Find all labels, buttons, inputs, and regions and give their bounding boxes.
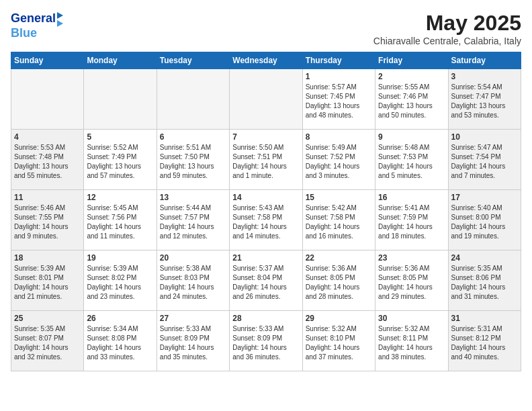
day-info: Sunrise: 5:36 AMSunset: 8:05 PMDaylight:… xyxy=(306,264,372,302)
day-info: Sunrise: 5:51 AMSunset: 7:50 PMDaylight:… xyxy=(160,143,226,181)
day-info: Sunrise: 5:57 AMSunset: 7:45 PMDaylight:… xyxy=(306,83,372,120)
day-number: 28 xyxy=(232,314,299,323)
day-info: Sunrise: 5:32 AMSunset: 8:10 PMDaylight:… xyxy=(306,324,372,362)
day-info: Sunrise: 5:49 AMSunset: 7:52 PMDaylight:… xyxy=(306,143,372,181)
calendar-cell: 16Sunrise: 5:41 AMSunset: 7:59 PMDayligh… xyxy=(375,190,448,250)
calendar-cell: 3Sunrise: 5:54 AMSunset: 7:47 PMDaylight… xyxy=(448,69,521,130)
day-number: 15 xyxy=(306,193,372,202)
calendar-cell: 15Sunrise: 5:42 AMSunset: 7:58 PMDayligh… xyxy=(302,190,375,250)
day-info: Sunrise: 5:34 AMSunset: 8:08 PMDaylight:… xyxy=(87,324,153,362)
day-info: Sunrise: 5:46 AMSunset: 7:55 PMDaylight:… xyxy=(14,203,81,241)
day-info: Sunrise: 5:52 AMSunset: 7:49 PMDaylight:… xyxy=(87,143,153,181)
calendar-cell: 13Sunrise: 5:44 AMSunset: 7:57 PMDayligh… xyxy=(157,190,229,250)
day-number: 19 xyxy=(87,253,153,263)
day-number: 6 xyxy=(160,132,226,142)
day-info: Sunrise: 5:47 AMSunset: 7:54 PMDaylight:… xyxy=(451,143,518,181)
calendar-cell: 9Sunrise: 5:48 AMSunset: 7:53 PMDaylight… xyxy=(375,130,448,190)
weekday-header-thursday: Thursday xyxy=(302,52,375,69)
calendar-week-1: 1Sunrise: 5:57 AMSunset: 7:45 PMDaylight… xyxy=(11,69,521,130)
day-info: Sunrise: 5:50 AMSunset: 7:51 PMDaylight:… xyxy=(232,143,299,181)
day-number: 9 xyxy=(378,132,445,142)
day-number: 16 xyxy=(378,193,445,202)
calendar-cell: 14Sunrise: 5:43 AMSunset: 7:58 PMDayligh… xyxy=(230,190,302,250)
calendar-cell: 11Sunrise: 5:46 AMSunset: 7:55 PMDayligh… xyxy=(11,190,84,250)
weekday-header-wednesday: Wednesday xyxy=(230,52,302,69)
calendar-cell: 30Sunrise: 5:32 AMSunset: 8:11 PMDayligh… xyxy=(375,311,448,371)
calendar-cell: 17Sunrise: 5:40 AMSunset: 8:00 PMDayligh… xyxy=(448,190,521,250)
weekday-header-saturday: Saturday xyxy=(448,52,521,69)
weekday-header-sunday: Sunday xyxy=(11,52,84,69)
day-number: 10 xyxy=(451,132,518,142)
day-number: 26 xyxy=(87,314,153,323)
day-info: Sunrise: 5:43 AMSunset: 7:58 PMDaylight:… xyxy=(232,203,299,241)
calendar-cell xyxy=(84,69,157,130)
day-number: 14 xyxy=(232,193,299,202)
weekday-header-tuesday: Tuesday xyxy=(157,52,229,69)
calendar-week-2: 4Sunrise: 5:53 AMSunset: 7:48 PMDaylight… xyxy=(11,130,521,190)
day-number: 25 xyxy=(14,314,81,323)
day-info: Sunrise: 5:55 AMSunset: 7:46 PMDaylight:… xyxy=(378,83,445,120)
calendar-cell: 6Sunrise: 5:51 AMSunset: 7:50 PMDaylight… xyxy=(157,130,229,190)
calendar-cell: 26Sunrise: 5:34 AMSunset: 8:08 PMDayligh… xyxy=(84,311,157,371)
calendar-cell: 31Sunrise: 5:31 AMSunset: 8:12 PMDayligh… xyxy=(448,311,521,371)
page-header: General Blue May 2025 Chiaravalle Centra… xyxy=(11,11,521,46)
location: Chiaravalle Centrale, Calabria, Italy xyxy=(373,36,521,46)
day-number: 29 xyxy=(306,314,372,323)
day-number: 18 xyxy=(14,253,81,263)
calendar-cell: 18Sunrise: 5:39 AMSunset: 8:01 PMDayligh… xyxy=(11,250,84,311)
calendar-cell: 24Sunrise: 5:35 AMSunset: 8:06 PMDayligh… xyxy=(448,250,521,311)
calendar-week-3: 11Sunrise: 5:46 AMSunset: 7:55 PMDayligh… xyxy=(11,190,521,250)
day-number: 31 xyxy=(451,314,518,323)
calendar-cell: 8Sunrise: 5:49 AMSunset: 7:52 PMDaylight… xyxy=(302,130,375,190)
day-info: Sunrise: 5:31 AMSunset: 8:12 PMDaylight:… xyxy=(451,324,518,362)
day-number: 8 xyxy=(306,132,372,142)
day-number: 12 xyxy=(87,193,153,202)
calendar-cell: 22Sunrise: 5:36 AMSunset: 8:05 PMDayligh… xyxy=(302,250,375,311)
day-number: 20 xyxy=(160,253,226,263)
calendar-cell: 23Sunrise: 5:36 AMSunset: 8:05 PMDayligh… xyxy=(375,250,448,311)
calendar-cell: 12Sunrise: 5:45 AMSunset: 7:56 PMDayligh… xyxy=(84,190,157,250)
day-number: 30 xyxy=(378,314,445,323)
calendar-cell: 27Sunrise: 5:33 AMSunset: 8:09 PMDayligh… xyxy=(157,311,229,371)
day-info: Sunrise: 5:45 AMSunset: 7:56 PMDaylight:… xyxy=(87,203,153,241)
day-info: Sunrise: 5:44 AMSunset: 7:57 PMDaylight:… xyxy=(160,203,226,241)
logo-text-general: General xyxy=(11,12,56,26)
day-number: 13 xyxy=(160,193,226,202)
month-title: May 2025 xyxy=(373,11,521,36)
calendar-week-5: 25Sunrise: 5:35 AMSunset: 8:07 PMDayligh… xyxy=(11,311,521,371)
day-info: Sunrise: 5:36 AMSunset: 8:05 PMDaylight:… xyxy=(378,264,445,302)
calendar-week-4: 18Sunrise: 5:39 AMSunset: 8:01 PMDayligh… xyxy=(11,250,521,311)
weekday-header-friday: Friday xyxy=(375,52,448,69)
day-number: 1 xyxy=(306,72,372,81)
day-number: 2 xyxy=(378,72,445,81)
day-info: Sunrise: 5:33 AMSunset: 8:09 PMDaylight:… xyxy=(160,324,226,362)
weekday-header-row: SundayMondayTuesdayWednesdayThursdayFrid… xyxy=(11,52,521,69)
calendar-cell: 1Sunrise: 5:57 AMSunset: 7:45 PMDaylight… xyxy=(302,69,375,130)
logo: General Blue xyxy=(11,11,63,40)
calendar-cell: 4Sunrise: 5:53 AMSunset: 7:48 PMDaylight… xyxy=(11,130,84,190)
day-info: Sunrise: 5:39 AMSunset: 8:01 PMDaylight:… xyxy=(14,264,81,302)
day-number: 22 xyxy=(306,253,372,263)
calendar-cell xyxy=(230,69,302,130)
day-number: 21 xyxy=(232,253,299,263)
day-info: Sunrise: 5:48 AMSunset: 7:53 PMDaylight:… xyxy=(378,143,445,181)
calendar-cell: 28Sunrise: 5:33 AMSunset: 8:09 PMDayligh… xyxy=(230,311,302,371)
day-info: Sunrise: 5:32 AMSunset: 8:11 PMDaylight:… xyxy=(378,324,445,362)
day-number: 27 xyxy=(160,314,226,323)
day-number: 5 xyxy=(87,132,153,142)
calendar-cell: 21Sunrise: 5:37 AMSunset: 8:04 PMDayligh… xyxy=(230,250,302,311)
day-number: 24 xyxy=(451,253,518,263)
weekday-header-monday: Monday xyxy=(84,52,157,69)
day-info: Sunrise: 5:41 AMSunset: 7:59 PMDaylight:… xyxy=(378,203,445,241)
calendar-cell: 5Sunrise: 5:52 AMSunset: 7:49 PMDaylight… xyxy=(84,130,157,190)
day-info: Sunrise: 5:40 AMSunset: 8:00 PMDaylight:… xyxy=(451,203,518,241)
day-info: Sunrise: 5:35 AMSunset: 8:06 PMDaylight:… xyxy=(451,264,518,302)
day-info: Sunrise: 5:54 AMSunset: 7:47 PMDaylight:… xyxy=(451,83,518,120)
calendar-cell: 25Sunrise: 5:35 AMSunset: 8:07 PMDayligh… xyxy=(11,311,84,371)
calendar-cell: 19Sunrise: 5:39 AMSunset: 8:02 PMDayligh… xyxy=(84,250,157,311)
calendar-cell: 29Sunrise: 5:32 AMSunset: 8:10 PMDayligh… xyxy=(302,311,375,371)
day-info: Sunrise: 5:35 AMSunset: 8:07 PMDaylight:… xyxy=(14,324,81,362)
title-block: May 2025 Chiaravalle Centrale, Calabria,… xyxy=(373,11,521,46)
day-info: Sunrise: 5:38 AMSunset: 8:03 PMDaylight:… xyxy=(160,264,226,302)
calendar-cell: 10Sunrise: 5:47 AMSunset: 7:54 PMDayligh… xyxy=(448,130,521,190)
